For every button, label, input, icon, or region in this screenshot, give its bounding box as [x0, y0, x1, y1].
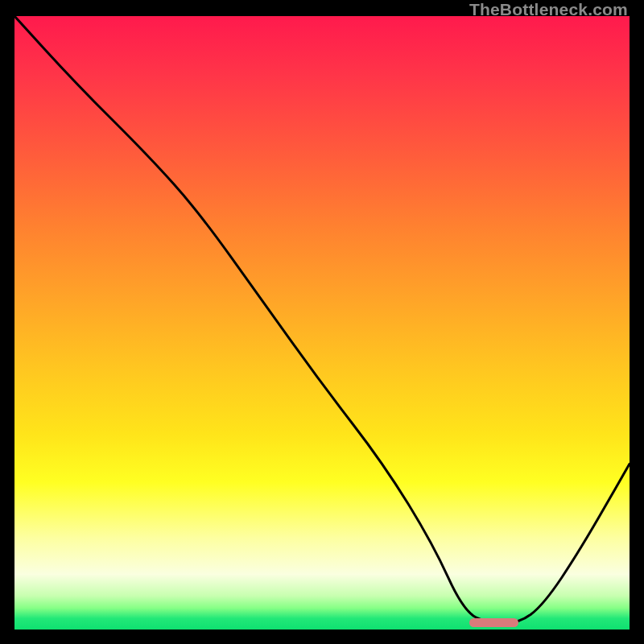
chart-frame: TheBottleneck.com	[0, 0, 644, 644]
optimum-marker	[469, 618, 518, 627]
curve-svg	[14, 16, 630, 630]
bottleneck-curve-path	[14, 16, 630, 623]
plot-area	[14, 16, 630, 630]
